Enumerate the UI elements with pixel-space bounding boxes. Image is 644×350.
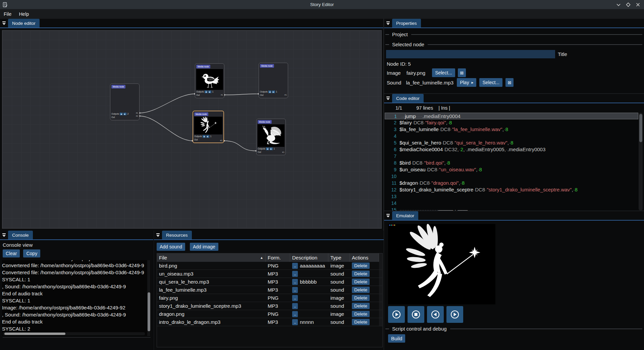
delete-button[interactable]: Delete: [352, 271, 370, 277]
edit-description-button[interactable]: ..: [292, 271, 298, 277]
next-output-button[interactable]: ▶: [208, 91, 211, 93]
next-output-button[interactable]: ▶: [272, 91, 275, 93]
sound-select-button[interactable]: Select...: [479, 78, 502, 87]
prev-output-button[interactable]: ◀: [120, 113, 123, 115]
edit-description-button[interactable]: ..: [292, 263, 298, 269]
delete-button[interactable]: Delete: [352, 262, 370, 269]
forward-button[interactable]: [446, 306, 463, 323]
resource-row[interactable]: qui_sera_le_hero.mp3MP3..bbbbbbsoundDele…: [157, 278, 382, 286]
add-image-button[interactable]: Add image: [190, 243, 218, 251]
output-port-label[interactable]: #1: [136, 112, 138, 114]
scrollbar-thumb[interactable]: [148, 292, 150, 331]
tab-node-editor[interactable]: Node editor: [8, 19, 40, 27]
prev-output-button[interactable]: ◀: [205, 91, 208, 93]
collapse-icon[interactable]: [0, 231, 8, 239]
media-node-fairy[interactable]: Media nodeOutputs◀▶1Out#1: [193, 111, 224, 143]
maximize-icon[interactable]: [626, 2, 631, 7]
console-horizontal-scrollbar[interactable]: [3, 332, 145, 335]
column-header-file[interactable]: File▲: [157, 253, 266, 262]
output-port-label[interactable]: #1: [282, 151, 284, 154]
node-edge[interactable]: [140, 116, 193, 141]
edit-description-button[interactable]: ..: [292, 295, 298, 301]
code-vertical-scrollbar[interactable]: [639, 113, 643, 211]
prev-output-button[interactable]: ◀: [266, 148, 269, 150]
console-log[interactable]: Convertered file: /home/anthony/ostproj/…: [2, 260, 151, 336]
sound-play-button[interactable]: Play▸: [457, 78, 476, 87]
collapse-icon[interactable]: [384, 19, 392, 27]
output-port-label[interactable]: #1: [220, 139, 222, 142]
delete-button[interactable]: Delete: [352, 311, 370, 317]
next-output-button[interactable]: ▶: [270, 148, 273, 150]
node-title-input[interactable]: [386, 50, 555, 58]
node-edge[interactable]: [224, 141, 256, 151]
tab-emulator[interactable]: Emulator: [392, 211, 418, 220]
image-select-button[interactable]: Select...: [432, 68, 455, 77]
delete-button[interactable]: Delete: [352, 287, 370, 293]
node-graph-canvas[interactable]: Media nodeOutputs◀▶2Out#1#2Media nodeOut…: [2, 30, 382, 229]
output-port-label[interactable]: #1: [284, 94, 287, 96]
node-edge[interactable]: [224, 94, 259, 95]
back-button[interactable]: [427, 306, 444, 323]
sound-clear-button[interactable]: ⊠: [505, 78, 514, 87]
resource-row[interactable]: la_fee_luminelle.mp3MP3..soundDelete: [157, 286, 382, 294]
scrollbar-thumb[interactable]: [4, 333, 65, 335]
next-output-button[interactable]: ▶: [123, 113, 126, 115]
column-header-type[interactable]: Type: [328, 253, 350, 262]
media-node-bird[interactable]: Media nodeOutputs◀▶1Out#1: [195, 63, 224, 98]
resource-row[interactable]: dragon.pngPNG..imageDelete: [157, 310, 382, 318]
close-icon[interactable]: [635, 2, 641, 7]
resource-row[interactable]: story1_drako_luminelle_sceptre.mp3MP3..s…: [157, 302, 382, 310]
delete-button[interactable]: Delete: [352, 295, 370, 301]
menu-file[interactable]: File: [0, 10, 15, 18]
clear-button[interactable]: Clear: [3, 249, 20, 257]
prev-output-button[interactable]: ◀: [203, 135, 206, 138]
collapse-icon[interactable]: [0, 19, 8, 27]
collapse-icon[interactable]: [154, 231, 162, 239]
media-node-start[interactable]: Media nodeOutputs◀▶2Out#1#2: [110, 83, 140, 120]
copy-button[interactable]: Copy: [23, 249, 40, 257]
output-port-label[interactable]: #1: [221, 94, 223, 96]
resource-row[interactable]: intro_drako_le_dragon.mp3MP3..nnnnnsound…: [157, 318, 382, 326]
column-header-actions[interactable]: Actions: [350, 253, 379, 262]
console-vertical-scrollbar[interactable]: [147, 260, 150, 336]
media-node-dragon[interactable]: Media nodeOutputs◀▶1Out#1: [256, 119, 286, 155]
image-clear-button[interactable]: ⊠: [458, 68, 466, 77]
resource-row[interactable]: bird.pngPNG..aaaaaaaaaimageDelete: [157, 262, 382, 270]
output-port-label[interactable]: #2: [136, 115, 138, 117]
media-node-choice[interactable]: Media nodeOutputs◀▶1Out#1: [259, 63, 288, 98]
collapse-icon[interactable]: [384, 211, 392, 220]
scrollbar-thumb[interactable]: [639, 114, 642, 142]
build-button[interactable]: Build: [388, 334, 405, 343]
collapse-icon[interactable]: [384, 94, 392, 103]
next-output-button[interactable]: ▶: [206, 135, 209, 138]
resource-row[interactable]: fairy.pngPNG..imageDelete: [157, 294, 382, 302]
edit-description-button[interactable]: ..: [292, 279, 298, 285]
stop-button[interactable]: [408, 306, 424, 323]
column-header-form[interactable]: Form.: [266, 253, 290, 262]
edit-description-button[interactable]: ..: [292, 311, 298, 317]
add-sound-button[interactable]: Add sound: [157, 243, 185, 251]
menu-help[interactable]: Help: [15, 10, 33, 18]
tab-console[interactable]: Console: [8, 231, 33, 239]
play-button[interactable]: [388, 306, 405, 323]
edit-description-button[interactable]: ..: [292, 303, 298, 309]
minimize-icon[interactable]: [616, 2, 621, 7]
delete-button[interactable]: Delete: [352, 303, 370, 309]
code-editor-area[interactable]: 1→jump····.mediaEntry00042$fairy·DC8·"fa…: [385, 113, 638, 211]
tab-code-editor[interactable]: Code editor: [392, 94, 424, 103]
delete-button[interactable]: Delete: [352, 279, 370, 285]
insert-mode: | Ins |: [438, 105, 450, 111]
tab-properties[interactable]: Properties: [392, 19, 421, 27]
resource-row[interactable]: un_oiseau.mp3MP3..soundDelete: [157, 270, 382, 278]
delete-button[interactable]: Delete: [352, 319, 370, 325]
prev-output-button[interactable]: ◀: [268, 91, 271, 93]
column-header-description[interactable]: Description: [290, 253, 328, 262]
edit-description-button[interactable]: ..: [292, 287, 298, 293]
titlebar[interactable]: Story Editor: [0, 0, 644, 9]
node-edge[interactable]: [140, 94, 195, 113]
edit-description-button[interactable]: ..: [292, 319, 298, 325]
tab-resources[interactable]: Resources: [162, 231, 192, 239]
type-cell: sound: [328, 303, 350, 309]
stop-circle-icon: [411, 309, 421, 319]
description-cell: ..: [290, 311, 328, 317]
